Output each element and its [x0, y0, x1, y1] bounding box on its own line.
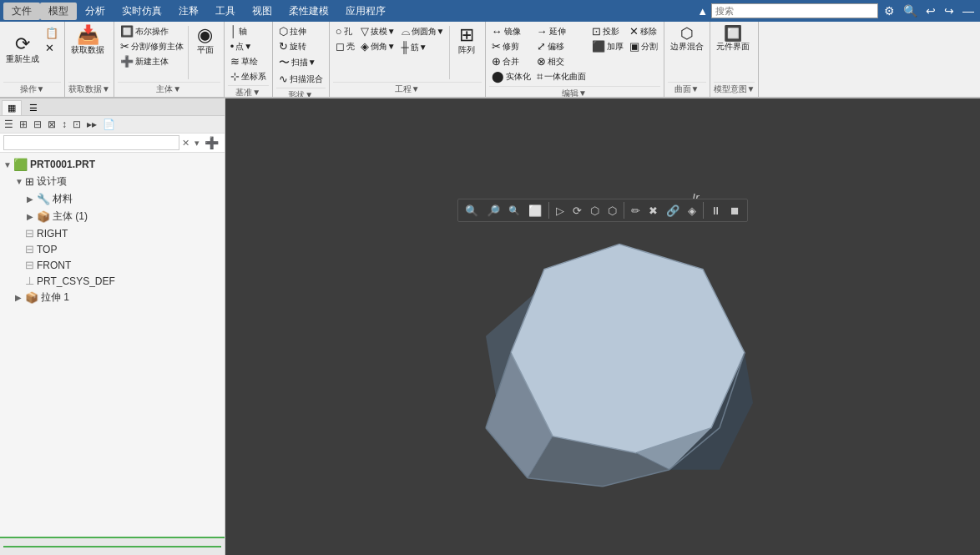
menu-flexible[interactable]: 柔性建模	[280, 3, 337, 20]
tb2-frame[interactable]: ⬜	[525, 203, 545, 219]
btn-remove[interactable]: ✕移除	[627, 24, 660, 38]
tree-item-right[interactable]: ⊟ RIGHT	[0, 225, 225, 241]
menu-tools[interactable]: 工具	[207, 3, 244, 20]
btn-axis[interactable]: │轴	[228, 24, 269, 38]
btn-unified[interactable]: ⌗一体化曲面	[534, 69, 589, 84]
menu-file[interactable]: 文件	[3, 3, 40, 20]
group-label-engineering[interactable]: 工程▼	[333, 82, 482, 97]
btn-regenerate[interactable]: ⟳ 重新生成	[3, 24, 42, 74]
group-label-shape[interactable]: 形状▼	[276, 88, 326, 97]
group-label-operations[interactable]: 操作▼	[3, 82, 61, 97]
btn-copy[interactable]: 📋	[43, 26, 61, 40]
group-label-getdata[interactable]: 获取数据▼	[68, 82, 110, 97]
tree-item-top[interactable]: ⊟ TOP	[0, 241, 225, 257]
tb2-orbit[interactable]: ⬡	[587, 203, 603, 219]
menu-simulation[interactable]: 实时仿真	[114, 3, 170, 20]
lp-search-input[interactable]	[3, 135, 179, 150]
lp-search-clear[interactable]: ✕	[179, 138, 192, 149]
tree-item-front[interactable]: ⊟ FRONT	[0, 257, 225, 273]
tree-item-csys[interactable]: ⊥ PRT_CSYS_DEF	[0, 273, 225, 289]
lp-btn-more[interactable]: ▸▸	[84, 118, 99, 131]
lp-btn-collapse[interactable]: ⊟	[31, 118, 44, 131]
lp-tab-list[interactable]: ☰	[23, 100, 43, 115]
expand-design[interactable]: ▼	[15, 177, 25, 186]
tree-item-material[interactable]: ▶ 🔧 材料	[0, 190, 225, 208]
btn-component-interface[interactable]: 🔲 元件界面	[714, 24, 752, 53]
group-label-body[interactable]: 主体▼	[118, 82, 220, 97]
lp-btn-tree-view[interactable]: ☰	[2, 118, 16, 131]
btn-chamfer[interactable]: ◈倒角▼	[358, 39, 398, 53]
menu-analysis[interactable]: 分析	[77, 3, 114, 20]
expand-prt[interactable]: ▼	[3, 160, 13, 169]
btn-revolve[interactable]: ↻旋转	[276, 39, 326, 53]
btn-mirror[interactable]: ↔镜像	[489, 24, 533, 38]
btn-offset[interactable]: ⤢偏移	[534, 39, 589, 53]
btn-round[interactable]: ⌓倒圆角▼	[399, 24, 447, 39]
tb2-zoom-in[interactable]: 🔎	[483, 203, 503, 219]
btn-point[interactable]: •点▼	[228, 39, 269, 53]
tb2-rotate[interactable]: ⟳	[569, 203, 585, 219]
btn-hole[interactable]: ○孔	[333, 24, 357, 38]
tb2-pencil[interactable]: ✏	[628, 203, 644, 219]
btn-rib[interactable]: ╫筋▼	[399, 40, 447, 54]
group-label-edit[interactable]: 编辑▼	[489, 86, 660, 97]
tb2-zoom-out[interactable]: 🔍	[505, 204, 523, 218]
btn-merge[interactable]: ⊕合并	[489, 54, 533, 68]
lp-btn-expand[interactable]: ⊞	[17, 118, 30, 131]
btn-boolean[interactable]: 🔲布尔操作	[118, 24, 186, 38]
lp-btn-sort[interactable]: ↕	[59, 118, 69, 131]
tree-item-prt[interactable]: ▼ 🟩 PRT0001.PRT	[0, 156, 225, 173]
tree-item-design[interactable]: ▼ ⊞ 设计项	[0, 173, 225, 190]
tb2-pause[interactable]: ⏸	[707, 203, 725, 219]
btn-divide[interactable]: ▣分割	[627, 39, 660, 53]
lp-add-btn[interactable]: ➕	[202, 136, 221, 149]
tb2-cross[interactable]: ✖	[645, 203, 661, 219]
btn-blend[interactable]: ∿扫描混合	[276, 72, 326, 86]
btn-delete[interactable]: ✕	[43, 41, 61, 55]
btn-boundary-blend[interactable]: ⬡ 边界混合	[668, 24, 706, 53]
lp-btn-filter[interactable]: ⊠	[45, 118, 58, 131]
search-icon[interactable]: 🔍	[901, 4, 920, 18]
tree-item-body[interactable]: ▶ 📦 主体 (1)	[0, 208, 225, 225]
undo-icon[interactable]: ↩	[923, 4, 938, 18]
btn-split[interactable]: ✂分割/修剪主体	[118, 39, 186, 53]
btn-draft[interactable]: ▽拔模▼	[358, 24, 398, 38]
btn-shell[interactable]: ◻壳	[333, 39, 357, 53]
search-input[interactable]	[711, 3, 878, 18]
btn-intersect[interactable]: ⊗相交	[534, 54, 589, 68]
btn-extrude[interactable]: ⬡拉伸	[276, 24, 326, 38]
btn-solidify[interactable]: ⬤实体化	[489, 69, 533, 83]
expand-body[interactable]: ▶	[27, 212, 37, 221]
btn-newbody[interactable]: ➕新建主体	[118, 54, 186, 68]
btn-extend[interactable]: →延伸	[534, 24, 589, 38]
btn-sweep[interactable]: 〜扫描▼	[276, 54, 326, 71]
btn-coord[interactable]: ⊹坐标系	[228, 69, 269, 83]
btn-trim[interactable]: ✂修剪	[489, 39, 533, 53]
settings-icon[interactable]: ⚙	[881, 4, 897, 18]
expand-material[interactable]: ▶	[27, 194, 37, 204]
lp-btn-settings[interactable]: ⊡	[70, 118, 83, 131]
tb2-pan[interactable]: ▷	[553, 203, 568, 219]
menu-apps[interactable]: 应用程序	[337, 3, 394, 20]
tb2-zoom-fit[interactable]: 🔍	[462, 203, 482, 219]
lp-search-go[interactable]: ▾	[192, 138, 202, 149]
tb2-link[interactable]: 🔗	[663, 203, 683, 219]
lp-tab-tree[interactable]: ▦	[2, 100, 22, 115]
tb2-select[interactable]: ⬡	[604, 203, 620, 219]
btn-plane[interactable]: ◉ 平面	[190, 24, 220, 57]
menu-annotation[interactable]: 注释	[170, 3, 207, 20]
group-label-surface[interactable]: 曲面▼	[668, 82, 706, 97]
group-label-intent[interactable]: 模型意图▼	[714, 82, 755, 97]
redo-icon[interactable]: ↪	[942, 4, 957, 18]
tb2-stop[interactable]: ⏹	[726, 203, 744, 219]
viewport[interactable]: 🔍 🔎 🔍 ⬜ ▷ ⟳ ⬡ ⬡ ✏ ✖ 🔗 ◈ ⏸ ⏹	[225, 98, 980, 555]
group-label-datum[interactable]: 基准▼	[228, 85, 269, 97]
menu-model[interactable]: 模型	[40, 3, 77, 20]
expand-extrude1[interactable]: ▶	[15, 293, 25, 302]
btn-thicken[interactable]: ⬛加厚	[589, 39, 626, 53]
btn-array[interactable]: ⊞ 阵列	[452, 24, 482, 57]
tree-item-extrude1[interactable]: ▶ 📦 拉伸 1	[0, 289, 225, 306]
lp-btn-doc[interactable]: 📄	[100, 118, 118, 131]
btn-sketch[interactable]: ≋草绘	[228, 54, 269, 68]
btn-project[interactable]: ⊡投影	[589, 24, 626, 38]
